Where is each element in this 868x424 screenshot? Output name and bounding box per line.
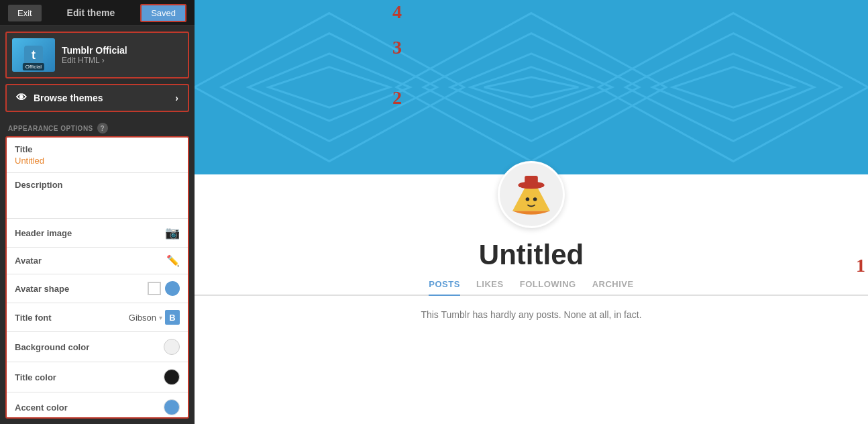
edit-html-label: Edit HTML	[62, 56, 100, 65]
accent-color-label: Accent color	[15, 403, 68, 413]
preview-panel: 1 2 3 4	[195, 0, 868, 424]
svg-point-17	[526, 197, 530, 201]
title-option: Title Untitled	[7, 138, 188, 173]
square-shape-button[interactable]	[148, 282, 161, 295]
title-color-swatch[interactable]	[164, 369, 180, 385]
background-color-option: Background color	[7, 332, 188, 362]
title-label: Title	[15, 144, 180, 154]
theme-name: Tumblr Official	[62, 45, 182, 56]
svg-rect-16	[525, 176, 538, 186]
avatar-shape-label: Avatar shape	[15, 284, 69, 294]
camera-icon[interactable]: 📷	[165, 225, 180, 240]
font-name: Gibson	[129, 313, 156, 323]
help-icon[interactable]: ?	[97, 123, 108, 134]
pencil-icon[interactable]: ✏️	[166, 254, 180, 267]
theme-thumbnail: t Official	[12, 38, 55, 72]
blog-title: Untitled	[479, 239, 584, 271]
svg-point-18	[533, 197, 537, 201]
title-color-option: Title color	[7, 362, 188, 392]
theme-info: Tumblr Official Edit HTML ›	[62, 45, 182, 65]
avatar-label: Avatar	[15, 256, 42, 266]
preview-header	[195, 0, 868, 174]
top-bar: Exit Edit theme Saved	[0, 0, 195, 26]
circle-shape-button[interactable]	[165, 281, 180, 296]
options-list: Title Untitled Description Header image …	[5, 136, 189, 419]
edit-html-link[interactable]: Edit HTML ›	[62, 56, 182, 65]
avatar-option: Avatar ✏️	[7, 248, 188, 274]
left-panel: Exit Edit theme Saved t Official Tumblr …	[0, 0, 195, 424]
title-font-label: Title font	[15, 313, 52, 323]
title-color-label: Title color	[15, 372, 56, 382]
browse-themes-button[interactable]: 👁 Browse themes ›	[5, 84, 189, 112]
avatar-shape-option: Avatar shape	[7, 274, 188, 303]
exit-button[interactable]: Exit	[8, 5, 42, 21]
browse-themes-left: 👁 Browse themes	[16, 92, 103, 104]
diamond-pattern	[195, 0, 868, 174]
saved-button[interactable]: Saved	[140, 4, 186, 22]
svg-rect-0	[195, 0, 868, 174]
tab-archive[interactable]: ARCHIVE	[592, 279, 634, 289]
appearance-options-label: APPEARANCE OPTIONS ?	[0, 117, 195, 136]
header-image-option: Header image 📷	[7, 219, 188, 248]
avatar-circle	[498, 161, 565, 228]
background-color-label: Background color	[15, 342, 89, 352]
official-badge: Official	[23, 63, 44, 70]
avatar-shape-toggle	[148, 281, 180, 296]
accent-color-swatch[interactable]	[164, 399, 180, 415]
chevron-right-icon: ›	[102, 56, 105, 65]
title-font-option: Title font Gibson ▾ B	[7, 303, 188, 332]
bold-button[interactable]: B	[165, 310, 180, 325]
tab-following[interactable]: FOLLOWING	[520, 279, 576, 289]
font-chevron-icon: ▾	[159, 314, 162, 321]
tumblr-t-icon: t	[24, 46, 43, 64]
description-label: Description	[15, 180, 180, 190]
font-select: Gibson ▾ B	[129, 310, 180, 325]
background-color-swatch[interactable]	[164, 339, 180, 355]
description-option: Description	[7, 173, 188, 219]
page-title: Edit theme	[67, 7, 115, 18]
header-image-label: Header image	[15, 228, 72, 238]
eye-icon: 👁	[16, 92, 27, 104]
appearance-section-text: APPEARANCE OPTIONS	[8, 125, 93, 132]
tab-likes[interactable]: LIKES	[476, 279, 504, 289]
tab-posts[interactable]: POSTS	[429, 279, 460, 296]
browse-themes-chevron-icon: ›	[175, 93, 178, 103]
browse-themes-label: Browse themes	[34, 93, 103, 103]
preview-description: This Tumblr has hardly any posts. None a…	[421, 309, 641, 320]
theme-section[interactable]: t Official Tumblr Official Edit HTML ›	[5, 32, 189, 78]
title-value[interactable]: Untitled	[15, 156, 180, 166]
nav-tabs: POSTS LIKES FOLLOWING ARCHIVE	[195, 279, 868, 296]
description-value[interactable]	[15, 191, 180, 211]
preview-body: Untitled POSTS LIKES FOLLOWING ARCHIVE T…	[195, 174, 868, 320]
accent-color-option: Accent color	[7, 392, 188, 419]
